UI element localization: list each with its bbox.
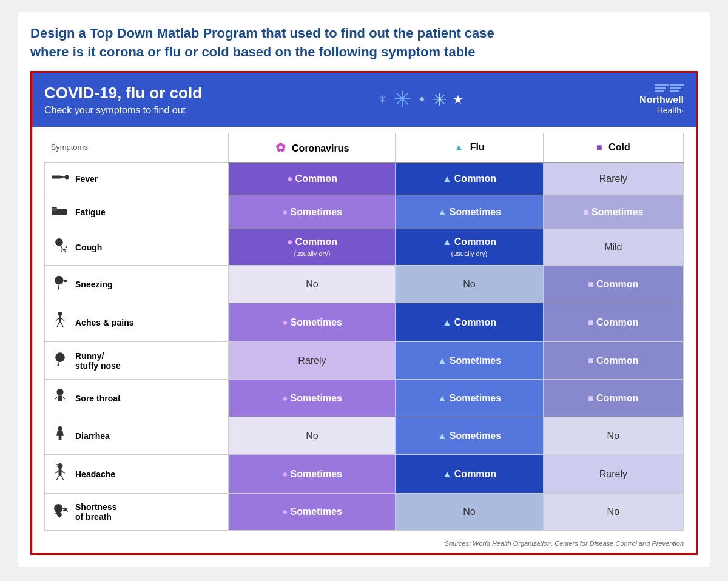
symptoms-label: Symptoms (51, 143, 88, 152)
svg-point-11 (55, 276, 64, 285)
flu-cell-3: No (396, 266, 543, 303)
symptom-cell-1: Fatigue (45, 195, 229, 229)
symptom-name-1: Fatigue (75, 207, 106, 217)
svg-rect-1 (61, 176, 63, 178)
symptom-icon-7 (51, 426, 69, 446)
page-container: Design a Top Down Matlab Program that us… (18, 12, 710, 567)
flu-cell-0: ▲Common (396, 163, 543, 195)
col-symptoms-header: Symptoms (45, 133, 229, 163)
title-line2: where is it corona or flu or cold based … (30, 44, 475, 59)
cv-cell-4: ●Sometimes (229, 303, 396, 342)
flu-icon: ▲ (454, 142, 463, 152)
symptom-icon-4 (51, 312, 69, 333)
svg-point-9 (65, 246, 67, 248)
card-header: COVID-19, flu or cold Check your symptom… (32, 73, 696, 127)
svg-line-17 (61, 323, 63, 327)
card-header-left: COVID-19, flu or cold Check your symptom… (44, 84, 202, 116)
symptom-name-2: Cough (75, 243, 102, 252)
cold-cell-6: ■Common (543, 380, 683, 417)
symptom-icon-3 (51, 274, 69, 294)
svg-line-14 (56, 318, 59, 321)
symptom-cell-2: Cough (45, 229, 229, 266)
symptom-icon-0 (51, 171, 69, 186)
svg-point-30 (54, 503, 62, 512)
table-container: Symptoms ✿ Coronavirus ▲ Flu ■ Cold (32, 127, 696, 537)
flu-cell-9: No (396, 494, 543, 531)
flu-cell-5: ▲Sometimes (396, 342, 543, 380)
flu-cell-1: ▲Sometimes (396, 195, 543, 229)
symptom-table: Symptoms ✿ Coronavirus ▲ Flu ■ Cold (44, 133, 684, 531)
col-coronavirus-header: ✿ Coronavirus (229, 133, 396, 163)
symptom-cell-6: Sore throat (45, 380, 229, 417)
symptom-cell-4: Aches & pains (45, 303, 229, 342)
flu-cell-7: ▲Sometimes (396, 417, 543, 455)
title-line1: Design a Top Down Matlab Program that us… (30, 25, 494, 41)
svg-line-26 (62, 471, 65, 473)
cold-cell-0: Rarely (543, 163, 683, 195)
svg-point-19 (55, 352, 65, 362)
svg-point-20 (56, 389, 63, 395)
flu-cell-2: ▲Common(usually dry) (396, 229, 543, 266)
virus-icon-star: ✳ (433, 90, 447, 110)
symptom-icon-5 (51, 351, 69, 371)
svg-line-28 (62, 476, 64, 480)
flu-cell-4: ▲Common (396, 303, 543, 342)
svg-rect-6 (52, 207, 56, 208)
svg-rect-0 (52, 176, 61, 179)
symptom-icon-1 (51, 204, 69, 220)
svg-point-10 (65, 251, 67, 253)
cold-cell-5: ■Common (543, 342, 683, 380)
symptom-name-7: Diarrhea (75, 431, 110, 441)
logo-line-block1 (655, 84, 669, 92)
symptom-name-5: Runny/ stuffy nose (75, 351, 121, 371)
star-icon: ★ (453, 92, 463, 107)
cold-cell-2: Mild (543, 229, 683, 266)
card-title: COVID-19, flu or cold (44, 84, 202, 102)
table-row: Sore throat ●Sometimes ▲Sometimes ■Commo… (45, 380, 684, 417)
source-text: Sources: World Health Organization, Cent… (445, 540, 684, 547)
table-row: Fatigue ●Sometimes ▲Sometimes ■Sometimes (45, 195, 684, 229)
cold-cell-1: ■Sometimes (543, 195, 683, 229)
table-row: Fever ●Common ▲Common Rarely (45, 163, 684, 195)
virus-decorations: ✳ ✳ ✦ ✳ ★ (202, 87, 639, 112)
col-cold-header: ■ Cold (543, 133, 683, 163)
cv-cell-3: No (229, 266, 396, 303)
symptom-name-4: Aches & pains (75, 318, 133, 327)
logo-lines (639, 84, 684, 92)
northwell-logo: Northwell Health· (639, 84, 684, 115)
table-row: Aches & pains ●Sometimes ▲Common ■Common (45, 303, 684, 342)
svg-rect-13 (59, 316, 61, 323)
svg-rect-24 (59, 469, 62, 476)
coronavirus-label: Coronavirus (292, 143, 349, 153)
table-row: Diarrhea No ▲Sometimes No (45, 417, 684, 455)
cv-cell-9: ●Sometimes (229, 494, 396, 531)
symptom-name-3: Sneezing (75, 280, 112, 289)
cv-cell-5: Rarely (229, 342, 396, 380)
symptom-cell-8: Headache (45, 455, 229, 494)
table-row: Shortnessof breath ●Sometimes No No (45, 494, 684, 531)
logo-line-block2 (670, 84, 684, 92)
symptom-name-6: Sore throat (75, 394, 121, 403)
table-row: Sneezing No No ■Common (45, 266, 684, 303)
symptom-name-9: Shortnessof breath (75, 502, 116, 522)
cv-cell-7: No (229, 417, 396, 455)
svg-line-25 (56, 471, 59, 473)
page-title: Design a Top Down Matlab Program that us… (18, 12, 710, 71)
svg-line-29 (55, 466, 57, 466)
info-card: COVID-19, flu or cold Check your symptom… (30, 71, 698, 556)
svg-rect-21 (58, 395, 62, 401)
cv-cell-1: ●Sometimes (229, 195, 396, 229)
cold-cell-3: ■Common (543, 266, 683, 303)
virus-icon-large: ✳ (393, 87, 411, 112)
cold-icon: ■ (596, 142, 602, 152)
logo-sub: Health· (639, 106, 684, 115)
virus-icon-small2: ✦ (417, 93, 426, 106)
svg-point-3 (65, 175, 69, 180)
table-row: Runny/ stuffy nose Rarely ▲Sometimes ■Co… (45, 342, 684, 380)
cv-cell-0: ●Common (229, 163, 396, 195)
coronavirus-icon: ✿ (275, 141, 286, 154)
svg-line-16 (57, 323, 59, 327)
symptom-cell-7: Diarrhea (45, 417, 229, 455)
symptom-name-0: Fever (75, 174, 98, 184)
cold-label: Cold (608, 142, 630, 152)
